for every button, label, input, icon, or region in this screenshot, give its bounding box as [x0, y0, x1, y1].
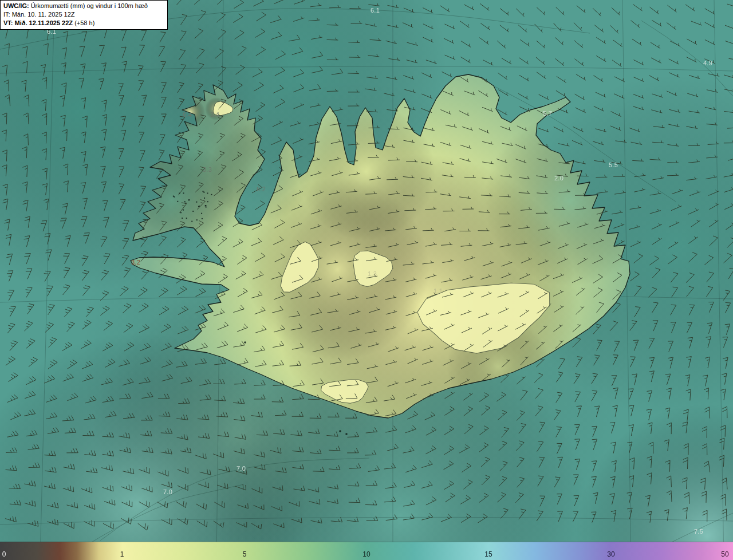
init-time: IT: Mán. 10. 11. 2025 12Z	[3, 10, 164, 19]
legend-line-valid: VT: Mið. 12.11.2025 22Z (+58 h)	[3, 19, 164, 27]
valid-time-offset: (+58 h)	[74, 19, 94, 26]
weather-map: 6.16.14.95.75.52.06.43.43.36.23.21.31.17…	[0, 0, 733, 560]
legend-line-model: UWC/IG: Úrkomumætti (mm) og vindur i 100…	[3, 2, 164, 10]
legend-box: UWC/IG: Úrkomumætti (mm) og vindur i 100…	[0, 0, 168, 30]
map-title: Úrkomumætti (mm) og vindur i 100m hæð	[31, 2, 148, 9]
map-canvas	[0, 0, 733, 560]
model-id: UWC/IG:	[3, 2, 29, 9]
valid-time: VT: Mið. 12.11.2025 22Z	[3, 19, 73, 26]
